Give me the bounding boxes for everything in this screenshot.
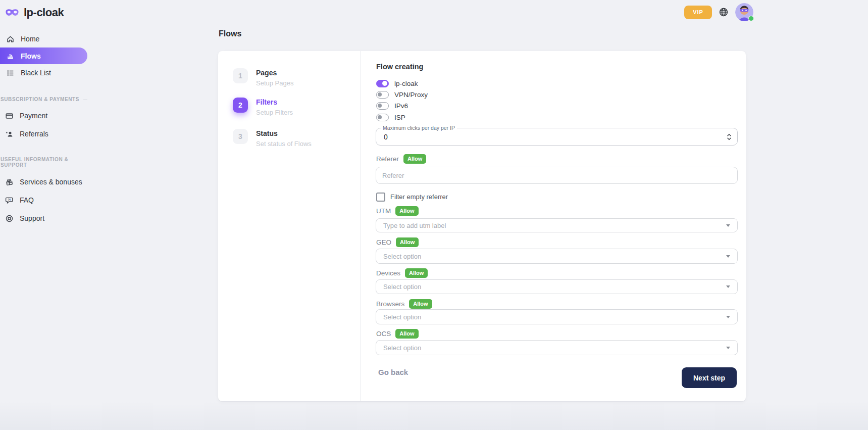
- step-status[interactable]: 3 Status Set status of Flows: [233, 129, 312, 147]
- browsers-select[interactable]: Select option: [376, 309, 738, 324]
- isp-toggle[interactable]: [376, 114, 389, 121]
- ipv6-toggle[interactable]: [376, 102, 389, 110]
- step-number: 2: [233, 98, 248, 113]
- referer-allow-badge[interactable]: Allow: [403, 154, 426, 164]
- flows-icon: [6, 52, 15, 60]
- sidebar-item-support[interactable]: Support: [0, 209, 101, 227]
- bottom-fade: [0, 402, 868, 430]
- step-subtitle: Setup Filters: [256, 109, 293, 116]
- toggle-row-lp-cloak: lp-cloak: [376, 79, 418, 87]
- number-stepper[interactable]: [727, 133, 732, 140]
- sidebar-item-flows[interactable]: Flows: [0, 47, 87, 64]
- sidebar-section-information: USEFUL INFORMATION & SUPPORT: [0, 157, 87, 168]
- sidebar-item-services-bonuses[interactable]: Services & bonuses: [0, 173, 101, 191]
- sidebar-item-label: Black List: [21, 69, 51, 77]
- user-avatar[interactable]: [735, 3, 753, 21]
- dropdown-caret-icon: [726, 224, 730, 227]
- toggle-label: lp-cloak: [394, 80, 418, 87]
- ocs-label-row: OCS Allow: [376, 328, 419, 339]
- section-divider: [83, 99, 87, 100]
- wizard-steps: 1 Pages Setup Pages 2 Filters Setup Filt…: [218, 51, 360, 401]
- geo-select[interactable]: Select option: [376, 249, 738, 264]
- sidebar: lp-cloak Home Flows: [0, 0, 101, 227]
- next-step-button[interactable]: Next step: [682, 367, 737, 388]
- devices-label: Devices: [376, 269, 400, 277]
- filter-empty-referrer-checkbox[interactable]: [376, 193, 385, 202]
- dropdown-caret-icon: [726, 285, 730, 288]
- toggle-knob: [378, 115, 382, 119]
- step-number: 3: [233, 129, 248, 144]
- sidebar-item-faq[interactable]: ?! FAQ: [0, 191, 101, 209]
- step-title: Status: [256, 130, 312, 137]
- devices-allow-badge[interactable]: Allow: [405, 268, 428, 278]
- ocs-allow-badge[interactable]: Allow: [395, 329, 418, 339]
- max-clicks-label: Maximum clicks per day per IP: [381, 125, 457, 131]
- sidebar-item-label: Support: [20, 214, 44, 222]
- sidebar-item-label: Payment: [20, 112, 47, 120]
- utm-input[interactable]: Type to add utm label: [376, 218, 738, 232]
- sidebar-nav: Home Flows Black List: [0, 30, 101, 81]
- step-filters[interactable]: 2 Filters Setup Filters: [233, 98, 293, 116]
- browsers-label-row: Browsers Allow: [376, 299, 432, 309]
- support-lifebuoy-icon: [5, 214, 14, 223]
- devices-placeholder: Select option: [383, 283, 421, 291]
- dropdown-caret-icon: [726, 316, 730, 318]
- geo-label-row: GEO Allow: [376, 237, 419, 247]
- toggle-row-ipv6: IPv6: [376, 102, 408, 110]
- referer-input[interactable]: [376, 167, 738, 184]
- devices-select[interactable]: Select option: [376, 279, 738, 294]
- sidebar-item-home[interactable]: Home: [0, 30, 101, 47]
- payment-card-icon: [5, 112, 14, 120]
- sidebar-item-payment[interactable]: Payment: [0, 107, 101, 125]
- header-actions: VIP: [684, 3, 753, 22]
- utm-label-row: UTM Allow: [376, 206, 419, 216]
- step-title: Pages: [256, 69, 293, 76]
- stepper-chevrons-icon: [727, 133, 732, 140]
- flow-creating-form: Flow creating lp-cloak VPN/Proxy IPv6 IS…: [360, 51, 746, 401]
- vip-button[interactable]: VIP: [684, 6, 712, 19]
- referrals-person-icon: [5, 130, 14, 138]
- sidebar-item-referrals[interactable]: Referrals: [0, 125, 101, 143]
- gift-icon: [5, 178, 14, 186]
- browsers-allow-badge[interactable]: Allow: [409, 299, 432, 309]
- blacklist-icon: [6, 69, 15, 77]
- checkbox-label: Filter empty referrer: [390, 193, 448, 201]
- toggle-knob: [382, 81, 387, 86]
- utm-label: UTM: [376, 207, 391, 215]
- ocs-select[interactable]: Select option: [376, 340, 738, 355]
- language-globe-icon[interactable]: [719, 7, 729, 17]
- step-number: 1: [233, 68, 248, 83]
- sidebar-item-label: Home: [21, 35, 39, 43]
- lp-cloak-mask-logo-icon: [5, 8, 19, 18]
- referer-label: Referer: [376, 155, 399, 163]
- browsers-placeholder: Select option: [383, 313, 421, 321]
- filter-empty-referrer-row: Filter empty referrer: [376, 193, 448, 201]
- flow-wizard-card: 1 Pages Setup Pages 2 Filters Setup Filt…: [218, 51, 746, 401]
- online-status-dot: [748, 16, 754, 21]
- go-back-button[interactable]: Go back: [378, 368, 408, 376]
- dropdown-caret-icon: [726, 255, 730, 258]
- vpn-proxy-toggle[interactable]: [376, 91, 389, 99]
- sidebar-item-label: Referrals: [20, 130, 48, 138]
- toggle-knob: [378, 92, 382, 97]
- home-icon: [6, 35, 15, 43]
- geo-allow-badge[interactable]: Allow: [396, 237, 419, 247]
- dropdown-caret-icon: [726, 347, 730, 349]
- sidebar-item-label: Flows: [21, 52, 41, 60]
- lp-cloak-toggle[interactable]: [376, 80, 389, 87]
- step-subtitle: Set status of Flows: [256, 140, 312, 147]
- brand-name: lp-cloak: [24, 6, 64, 19]
- utm-allow-badge[interactable]: Allow: [395, 206, 418, 216]
- form-title: Flow creating: [376, 63, 423, 71]
- ocs-label: OCS: [376, 330, 391, 338]
- max-clicks-input[interactable]: [383, 132, 708, 141]
- toggle-knob: [378, 104, 382, 108]
- geo-label: GEO: [376, 238, 391, 246]
- step-pages[interactable]: 1 Pages Setup Pages: [233, 68, 293, 86]
- sidebar-section-subscription: SUBSCRIPTION & PAYMENTS: [0, 97, 87, 102]
- brand: lp-cloak: [0, 0, 101, 19]
- step-subtitle: Setup Pages: [256, 80, 293, 86]
- toggle-label: ISP: [394, 114, 405, 121]
- sidebar-item-black-list[interactable]: Black List: [0, 64, 101, 81]
- faq-bubble-icon: ?!: [5, 196, 14, 205]
